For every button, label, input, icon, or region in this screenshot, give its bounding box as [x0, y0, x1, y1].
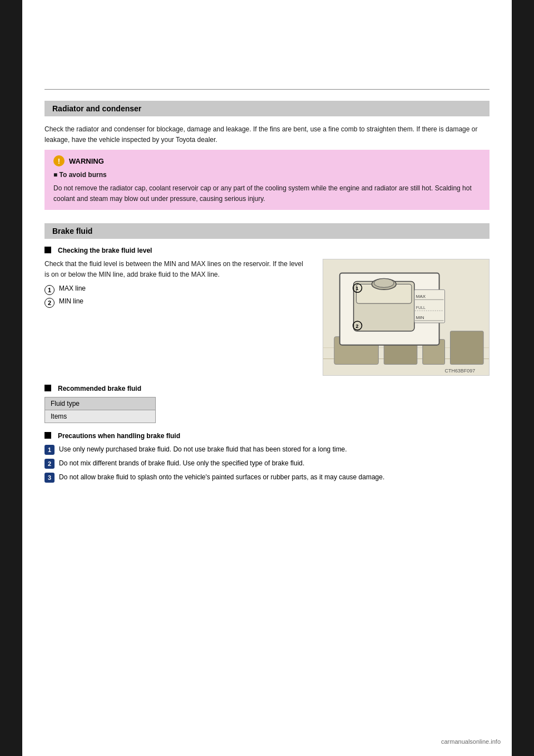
fluid-type-table: Fluid type Items [44, 397, 156, 423]
circle-num-1: 1 [44, 285, 55, 295]
items-cell: Items [45, 410, 156, 423]
brake-fluid-left-col: Check that the fluid level is between th… [44, 259, 309, 376]
brake-fluid-body: Check that the fluid level is between th… [44, 259, 309, 280]
warning-box: ! WARNING ■ To avoid burns Do not remove… [44, 150, 490, 210]
filled-item-1-text: Use only newly purchased brake fluid. Do… [59, 444, 347, 454]
watermark-text: carmanualsonline.info [441, 738, 501, 745]
filled-num-2: 2 [44, 459, 55, 469]
svg-text:1: 1 [356, 286, 359, 291]
subsection3-block: Precautions when handling brake fluid 1 … [44, 432, 490, 483]
black-square-1 [44, 247, 51, 253]
subsection2-label: Recommended brake fluid [58, 385, 141, 392]
circle-num-2: 2 [44, 298, 55, 308]
brake-fluid-section-header: Brake fluid [44, 223, 490, 239]
warning-title-text: WARNING [69, 157, 104, 165]
radiator-body: Check the radiator and condenser for blo… [44, 124, 490, 145]
brake-fluid-image: MAX FULL MIN 1 2 CTH63 [323, 259, 490, 376]
svg-rect-4 [384, 342, 417, 365]
filled-item-3-text: Do not allow brake fluid to splash onto … [59, 472, 384, 482]
black-square-2 [44, 385, 51, 391]
subsection2-block: Recommended brake fluid Fluid type Items [44, 385, 490, 423]
warning-subheader: ■ To avoid burns [53, 170, 481, 180]
watermark: carmanualsonline.info [441, 738, 501, 745]
svg-text:2: 2 [356, 323, 359, 329]
brake-fluid-diagram: MAX FULL MIN 1 2 CTH63 [323, 259, 490, 376]
subsection1-label: Checking the brake fluid level [58, 247, 152, 254]
svg-point-11 [374, 278, 394, 287]
svg-text:MAX: MAX [416, 294, 426, 299]
circle-item-1-label: MAX line [59, 284, 86, 292]
warning-body-text: Do not remove the radiator cap, coolant … [53, 183, 481, 204]
filled-item-3: 3 Do not allow brake fluid to splash ont… [44, 472, 490, 483]
radiator-section-header: Radiator and condenser [44, 101, 490, 116]
radiator-title: Radiator and condenser [52, 104, 141, 113]
subsection1-header-row: Checking the brake fluid level [44, 247, 490, 254]
table-data-row: Items [45, 410, 156, 423]
filled-item-1: 1 Use only newly purchased brake fluid. … [44, 444, 490, 455]
warning-header: ! WARNING [53, 155, 481, 166]
svg-text:CTH63BF097: CTH63BF097 [445, 368, 476, 374]
warning-icon: ! [53, 155, 65, 166]
diagram-svg: MAX FULL MIN 1 2 CTH63 [323, 259, 489, 376]
filled-item-2: 2 Do not mix different brands of brake f… [44, 458, 490, 469]
brake-fluid-content-area: Check that the fluid level is between th… [44, 259, 490, 376]
subsection3-label: Precautions when handling brake fluid [58, 432, 180, 440]
fluid-type-header: Fluid type [45, 397, 156, 410]
circle-item-2: 2 MIN line [44, 297, 309, 308]
fluid-table-section: Fluid type Items [44, 397, 490, 423]
filled-num-3: 3 [44, 473, 55, 483]
subsection2-header-row: Recommended brake fluid [44, 385, 490, 392]
warning-content: ■ To avoid burns Do not remove the radia… [53, 170, 481, 204]
filled-item-2-text: Do not mix different brands of brake flu… [59, 458, 304, 468]
svg-text:MIN: MIN [416, 315, 424, 320]
subsection3-header-row: Precautions when handling brake fluid [44, 432, 490, 440]
radiator-section: Radiator and condenser Check the radiato… [44, 101, 490, 210]
black-square-3 [44, 432, 51, 439]
filled-num-1: 1 [44, 445, 55, 455]
brake-fluid-title: Brake fluid [52, 227, 92, 235]
table-header-row: Fluid type [45, 397, 156, 410]
svg-rect-6 [450, 331, 483, 365]
circle-item-2-label: MIN line [59, 297, 83, 305]
svg-text:FULL: FULL [416, 306, 426, 310]
brake-fluid-section: Brake fluid Checking the brake fluid lev… [44, 223, 490, 483]
circle-item-1: 1 MAX line [44, 284, 309, 295]
